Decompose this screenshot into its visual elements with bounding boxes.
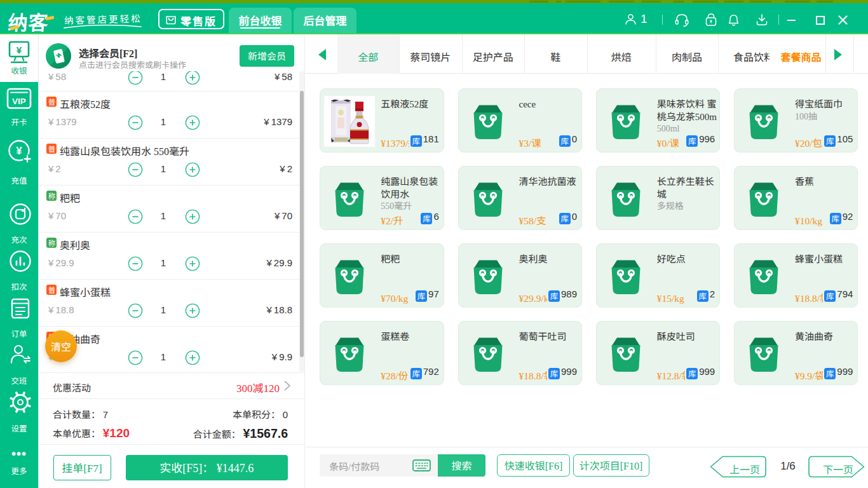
svg-text:¥: ¥ [16, 145, 22, 157]
svg-text:VIP: VIP [12, 97, 26, 106]
svg-text:¥: ¥ [17, 44, 22, 55]
